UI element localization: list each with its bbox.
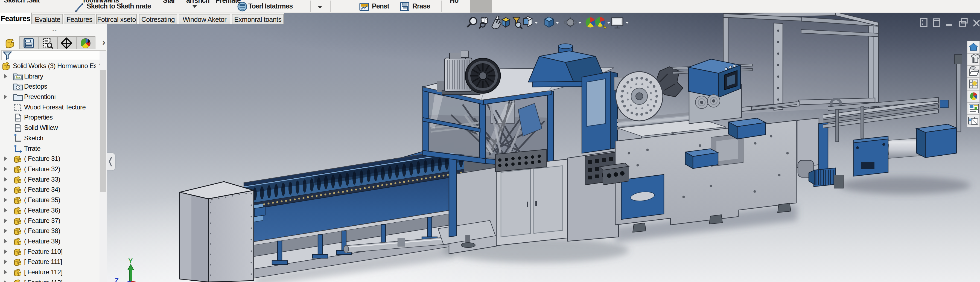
svg-text:Y: Y: [128, 257, 133, 265]
svg-text:Z: Z: [115, 277, 119, 282]
